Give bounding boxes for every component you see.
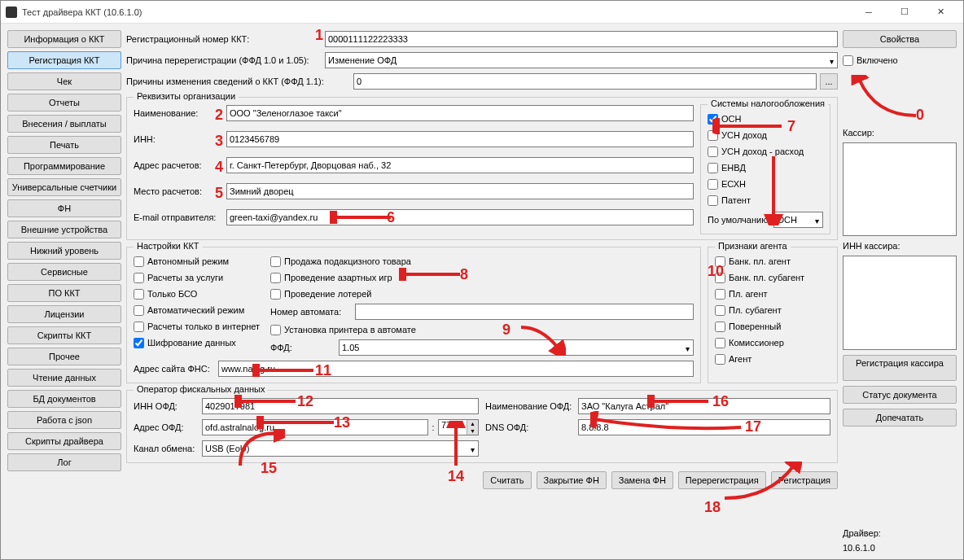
annot-18: 18 xyxy=(704,499,721,516)
tax-chk-2[interactable]: УСН доход - расход xyxy=(708,144,823,159)
rereg-button[interactable]: Перерегистрация xyxy=(678,471,766,489)
sidebar-item-2[interactable]: Чек xyxy=(7,72,121,90)
sidebar-item-7[interactable]: Универсальные счетчики xyxy=(7,178,121,196)
sidebar-item-1[interactable]: Регистрация ККТ xyxy=(7,51,121,69)
tax-chk-4[interactable]: ЕСХН xyxy=(708,177,823,191)
read-button[interactable]: Считать xyxy=(483,471,531,489)
cashier-input[interactable] xyxy=(843,142,957,236)
sidebar-item-14[interactable]: Скрипты ККТ xyxy=(7,326,121,344)
port-ofd-input[interactable]: 7777▲▼ xyxy=(438,419,479,435)
kkt1-chk-4[interactable]: Расчеты только в интернет xyxy=(134,319,264,334)
machine-no-input[interactable] xyxy=(355,304,694,320)
agent-chk-2[interactable]: Пл. агент xyxy=(715,287,830,301)
minimize-button[interactable]: ─ xyxy=(851,1,887,24)
org-name-input[interactable]: ООО "Зеленоглазое такси" xyxy=(226,105,694,121)
lbl-inn-ofd: ИНН ОФД: xyxy=(134,401,199,411)
lbl-change-reason: Причины изменения сведений о ККТ (ФФД 1.… xyxy=(126,77,350,86)
agent-chk-6[interactable]: Агент xyxy=(715,352,830,366)
change-fn-button[interactable]: Замена ФН xyxy=(611,471,673,489)
sidebar-item-15[interactable]: Прочее xyxy=(7,348,121,365)
rereg-reason-combo[interactable]: Изменение ОФД xyxy=(325,52,838,68)
sidebar-item-8[interactable]: ФН xyxy=(7,199,121,217)
tax-chk-3[interactable]: ЕНВД xyxy=(708,160,823,175)
sidebar-item-9[interactable]: Внешние устройства xyxy=(7,221,121,238)
sidebar-item-18[interactable]: Работа с json xyxy=(7,411,121,429)
sidebar-item-0[interactable]: Информация о ККТ xyxy=(7,30,121,48)
kkt2-chk-0[interactable]: Продажа подакцизного товара xyxy=(270,254,694,269)
inn-ofd-input[interactable]: 4029017981 xyxy=(202,398,479,414)
lbl-fns: Адрес сайта ФНС: xyxy=(134,364,215,374)
kkt2-chk-1[interactable]: Проведение азартных игр xyxy=(270,270,694,285)
right-panel: 0 Свойства Включено Кассир: ИНН кассира:… xyxy=(843,30,957,553)
change-reason-more-button[interactable]: ... xyxy=(820,73,838,90)
tax-chk-5[interactable]: Патент xyxy=(708,193,823,208)
lbl-place: Место расчетов: xyxy=(134,186,223,196)
kkt1-chk-5[interactable]: Шифрование данных xyxy=(134,335,264,350)
sidebar-item-13[interactable]: Лицензии xyxy=(7,305,121,323)
sidebar-item-20[interactable]: Лог xyxy=(7,453,121,471)
change-reason-input[interactable]: 0 xyxy=(353,73,817,90)
sidebar-item-19[interactable]: Скрипты драйвера xyxy=(7,432,121,450)
name-ofd-input[interactable]: ЗАО "Калуга Астрал" xyxy=(578,398,830,414)
reg-cashier-button[interactable]: Регистрация кассира xyxy=(843,355,957,381)
lbl-cashier-inn: ИНН кассира: xyxy=(843,241,957,251)
org-group: Реквизиты организации Наименование:ООО "… xyxy=(126,97,838,240)
ffd-combo[interactable]: 1.05 xyxy=(339,339,694,356)
sidebar-item-6[interactable]: Программирование xyxy=(7,157,121,175)
sidebar-item-10[interactable]: Нижний уровень xyxy=(7,242,121,260)
kkt-group: Настройки ККТ Автономный режимРасчеты за… xyxy=(126,247,701,383)
channel-combo[interactable]: USB (EoU) xyxy=(202,440,479,457)
addr-ofd-input[interactable]: ofd.astralnalog.ru xyxy=(202,419,428,435)
kkt1-chk-2[interactable]: Только БСО xyxy=(134,287,264,301)
lbl-channel: Канал обмена: xyxy=(134,444,199,453)
sidebar-item-3[interactable]: Отчеты xyxy=(7,94,121,112)
lbl-ffd: ФФД: xyxy=(270,343,335,352)
kkt1-chk-0[interactable]: Автономный режим xyxy=(134,254,264,269)
lbl-name: Наименование: xyxy=(134,108,223,118)
email-input[interactable]: green-taxi@yandex.ru xyxy=(226,209,694,225)
titlebar: Тест драйвера ККТ (10.6.1.0) ─ ☐ ✕ xyxy=(1,1,963,24)
sidebar: Информация о ККТРегистрация ККТЧекОтчеты… xyxy=(7,30,121,553)
enabled-checkbox[interactable]: Включено xyxy=(843,53,957,68)
close-fn-button[interactable]: Закрытие ФН xyxy=(537,471,607,489)
default-tax-combo[interactable]: ОСН xyxy=(773,212,823,228)
props-button[interactable]: Свойства xyxy=(843,30,957,48)
kkt2-chk-2[interactable]: Проведение лотерей xyxy=(270,287,694,301)
fns-input[interactable]: www.nalog.ru xyxy=(218,361,694,377)
tax-chk-0[interactable]: ОСН xyxy=(708,112,823,126)
lbl-dns-ofd: DNS ОФД: xyxy=(485,422,575,432)
cashier-inn-input[interactable] xyxy=(843,256,957,349)
main-panel: 1 2 3 4 5 6 7 8 9 10 11 12 13 14 15 16 1… xyxy=(126,30,838,553)
sidebar-item-17[interactable]: БД документов xyxy=(7,390,121,408)
reg-no-input[interactable]: 0000111122223333 xyxy=(325,31,838,47)
agent-chk-1[interactable]: Банк. пл. субагент xyxy=(715,270,830,285)
agent-chk-3[interactable]: Пл. субагент xyxy=(715,303,830,317)
addr-input[interactable]: г. Санкт-Петербург, Дворцовая наб., 32 xyxy=(226,157,694,173)
close-button[interactable]: ✕ xyxy=(922,1,958,24)
sidebar-item-11[interactable]: Сервисные xyxy=(7,263,121,281)
chk-printer-install[interactable]: Установка принтера в автомате xyxy=(270,322,694,337)
inn-input[interactable]: 0123456789 xyxy=(226,131,694,147)
sidebar-item-16[interactable]: Чтение данных xyxy=(7,369,121,387)
dns-ofd-input[interactable]: 8.8.8.8 xyxy=(578,419,830,435)
maximize-button[interactable]: ☐ xyxy=(887,1,922,24)
sidebar-item-4[interactable]: Внесения / выплаты xyxy=(7,115,121,133)
agent-chk-0[interactable]: Банк. пл. агент xyxy=(715,254,830,269)
agent-chk-4[interactable]: Поверенный xyxy=(715,319,830,334)
tax-chk-1[interactable]: УСН доход xyxy=(708,128,823,142)
reg-button[interactable]: Регистрация xyxy=(771,471,838,489)
driver-version: 10.6.1.0 xyxy=(843,543,957,553)
kkt1-chk-3[interactable]: Автоматический режим xyxy=(134,303,264,317)
client-area: Информация о ККТРегистрация ККТЧекОтчеты… xyxy=(1,24,963,559)
print-more-button[interactable]: Допечатать xyxy=(843,409,957,427)
agent-group: Признаки агента Банк. пл. агентБанк. пл.… xyxy=(708,247,838,383)
lbl-addr: Адрес расчетов: xyxy=(134,160,223,170)
doc-status-button[interactable]: Статус документа xyxy=(843,386,957,404)
sidebar-item-12[interactable]: ПО ККТ xyxy=(7,284,121,302)
lbl-default-tax: По умолчанию: xyxy=(708,215,770,225)
agent-chk-5[interactable]: Комиссионер xyxy=(715,335,830,350)
sidebar-item-5[interactable]: Печать xyxy=(7,136,121,154)
place-input[interactable]: Зимний дворец xyxy=(226,183,694,199)
lbl-driver: Драйвер: xyxy=(843,528,957,538)
kkt1-chk-1[interactable]: Расчеты за услуги xyxy=(134,270,264,285)
